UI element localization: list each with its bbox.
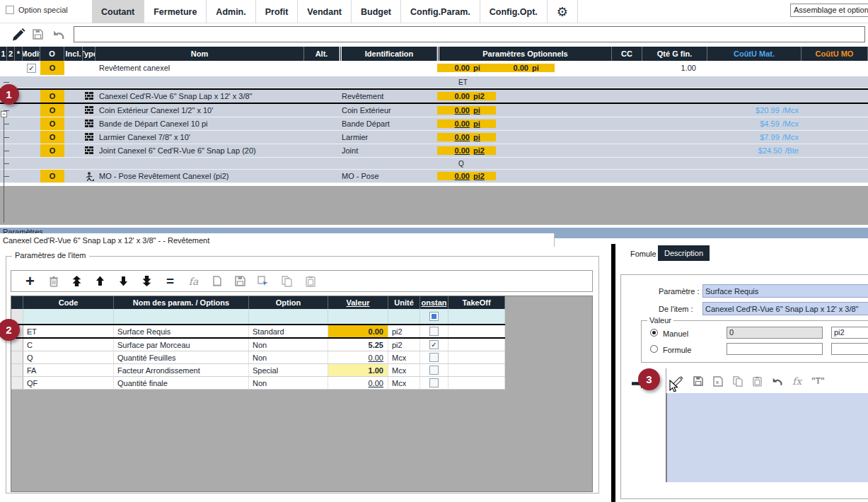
col-identification[interactable]: Identification	[340, 47, 437, 61]
table-row-operator[interactable]: ET	[0, 76, 868, 88]
formule-value-field[interactable]	[727, 343, 823, 355]
col-valeur[interactable]: Valeur	[328, 296, 388, 309]
settings-gear-icon[interactable]: ⚙	[548, 0, 578, 23]
valeur-cell[interactable]: 0.00	[328, 351, 388, 363]
undo-icon[interactable]	[52, 30, 64, 40]
copy-icon[interactable]	[733, 376, 743, 387]
table-row-selected[interactable]: O Canexel Ced'R-Vue 6" Snap Lap x 12' x …	[0, 88, 868, 104]
excel-icon[interactable]: x	[713, 376, 723, 387]
delete-icon[interactable]	[42, 276, 65, 287]
copy-icon[interactable]	[275, 276, 299, 287]
formula-fa-icon[interactable]: fa	[182, 276, 205, 287]
constant-filter-checkbox[interactable]	[429, 312, 439, 321]
collapse-icon[interactable]: −	[1, 111, 7, 117]
valeur-cell[interactable]: 0.00	[328, 325, 388, 337]
table-row-group[interactable]: ✓ O Revêtement canexel 0.00pi 0.00pi 1.0…	[0, 61, 868, 75]
constant-checkbox[interactable]	[429, 366, 439, 375]
tab-config-param[interactable]: Config.Param.	[401, 0, 480, 23]
col-incl[interactable]: Incl.	[64, 47, 83, 61]
tab-fermeture[interactable]: Fermeture	[144, 0, 207, 23]
formule-radio[interactable]	[650, 345, 658, 353]
manuel-unit-field[interactable]: pi2	[831, 327, 868, 339]
constant-checkbox[interactable]	[429, 353, 439, 362]
save-icon[interactable]	[693, 376, 703, 386]
move-down-icon[interactable]	[112, 276, 135, 286]
param-row[interactable]: FA Facteur Arrondissement Special 1.00 M…	[11, 364, 505, 377]
export-icon[interactable]	[252, 276, 275, 286]
constant-checkbox[interactable]	[429, 378, 439, 387]
param-row-selected[interactable]: ET Surface Requis Standard 0.00 pi2	[11, 324, 505, 339]
col-alt[interactable]: Alt.	[304, 47, 340, 61]
add-icon[interactable]: +	[18, 272, 42, 291]
param-row[interactable]: Q Quantité Feuilles Non 0.00 Mcx	[11, 351, 505, 364]
col-takeoff[interactable]: TakeOff	[449, 296, 505, 309]
de-item-field[interactable]: Canexel Ced'R-Vue 6" Snap Lap x 12' x 3/…	[702, 302, 868, 315]
col-parametres-optionnels[interactable]: Paramètres Optionnels	[437, 47, 612, 61]
col-star[interactable]: *	[15, 47, 23, 61]
undo-icon[interactable]	[772, 377, 782, 386]
col-o[interactable]: O	[40, 47, 64, 61]
table-row[interactable]: O Joint Canexel 6" Ced'R-Vue 6" Snap Lap…	[0, 144, 868, 158]
valeur-cell[interactable]: 5.25	[328, 339, 388, 351]
manuel-radio[interactable]	[650, 329, 658, 337]
table-row[interactable]: O MO - Pose Revêtement Canexel (pi2) MO …	[0, 170, 868, 183]
tab-vendant[interactable]: Vendant	[298, 0, 352, 23]
col-modif[interactable]: Modif	[23, 47, 40, 61]
fx-icon[interactable]: fx	[792, 375, 802, 387]
save-icon[interactable]	[228, 276, 252, 286]
col-coutu-mat[interactable]: CoûtU Mat.	[707, 47, 802, 61]
col-unite[interactable]: Unité	[388, 296, 420, 309]
table-row[interactable]: O Bande de Départ Canexel 10 pi Bande Dé…	[0, 117, 868, 131]
col-constant[interactable]: onstan	[420, 296, 449, 309]
tab-config-opt[interactable]: Config.Opt.	[480, 0, 548, 23]
report-icon[interactable]	[205, 276, 228, 287]
formula-input[interactable]	[74, 26, 865, 42]
tab-description[interactable]: Description	[658, 245, 710, 261]
col-coutu-mo[interactable]: CoûtU MO	[802, 47, 868, 61]
col-type[interactable]: Type	[83, 47, 96, 61]
constant-checkbox[interactable]	[429, 327, 439, 336]
col-code[interactable]: Code	[23, 296, 114, 309]
formula-textarea[interactable]	[666, 393, 868, 482]
move-bottom-icon[interactable]	[135, 276, 158, 286]
param-cell[interactable]: 0.00pi2	[437, 146, 496, 155]
table-row[interactable]: O Larmier Canexel 7/8" x 10' Larmier 0.0…	[0, 131, 868, 144]
tab-coutant[interactable]: Coutant	[92, 0, 144, 23]
col-qte-g-fin[interactable]: Qté G fin.	[642, 47, 707, 61]
constant-checkbox[interactable]: ✓	[429, 340, 439, 349]
param-cell[interactable]: 0.00pi2	[437, 172, 496, 180]
manuel-value-field[interactable]: 0	[727, 327, 823, 339]
param-row[interactable]: QF Quantité finale Non 0.00 Mcx	[11, 377, 505, 390]
col-nom-params[interactable]: Nom des param. / Options	[114, 296, 249, 309]
paste-icon[interactable]	[753, 376, 762, 387]
col-nom[interactable]: Nom	[96, 47, 304, 61]
equals-icon[interactable]: =	[158, 274, 182, 289]
edit-pencil-icon[interactable]	[13, 28, 25, 41]
param-cell[interactable]: 0.00pi	[437, 106, 496, 115]
modif-checkbox[interactable]: ✓	[27, 64, 36, 73]
table-row[interactable]: O Coin Extérieur Canexel 1/2" x 10' Coin…	[0, 104, 868, 117]
param-cell[interactable]: 0.00pi	[496, 64, 555, 72]
param-cell[interactable]: 0.00pi2	[437, 92, 496, 100]
tab-fomule[interactable]: Fomule	[624, 246, 663, 261]
parametre-field[interactable]: Surface Requis	[702, 284, 868, 298]
table-row-operator[interactable]: Q	[0, 158, 868, 170]
col-2[interactable]: 2	[7, 47, 15, 61]
text-t-icon[interactable]: "T"	[811, 376, 825, 386]
paste-icon[interactable]	[299, 276, 322, 287]
col-1[interactable]: 1	[0, 47, 7, 61]
param-cell[interactable]: 0.00pi	[437, 133, 496, 141]
col-cc[interactable]: CC	[612, 47, 642, 61]
save-icon[interactable]	[33, 29, 43, 40]
param-cell[interactable]: 0.00pi	[437, 64, 496, 72]
tab-admin[interactable]: Admin.	[207, 0, 255, 23]
col-option[interactable]: Option	[249, 296, 328, 309]
valeur-cell[interactable]: 0.00	[328, 377, 388, 389]
assemblage-box[interactable]: Assemblage et option	[790, 4, 868, 17]
move-top-icon[interactable]	[65, 276, 88, 286]
params-filter-row[interactable]	[11, 309, 505, 324]
param-row[interactable]: C Surface par Morceau Non 5.25 pi2 ✓	[11, 339, 505, 351]
tab-budget[interactable]: Budget	[352, 0, 401, 23]
formule-unit-field[interactable]	[831, 343, 868, 355]
checkbox-icon[interactable]	[6, 6, 14, 14]
